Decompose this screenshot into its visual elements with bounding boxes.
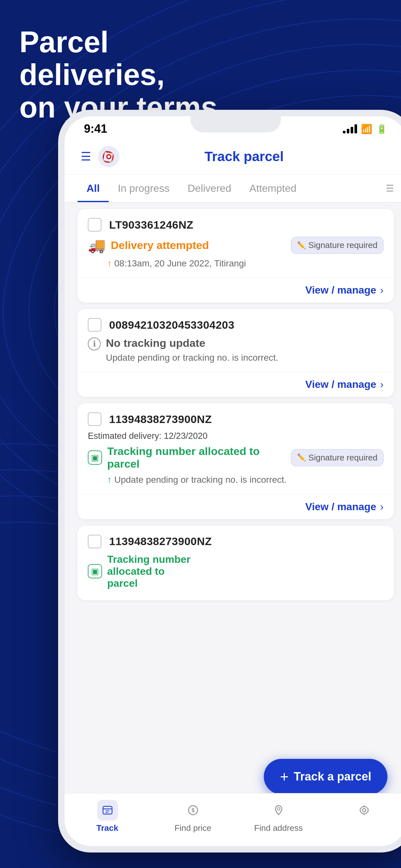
track-nav-icon	[97, 800, 118, 820]
hamburger-icon[interactable]: ☰	[81, 150, 91, 163]
bottom-nav: Track $ Find price	[65, 793, 401, 846]
card-3-status: Tracking number allocated to parcel	[107, 445, 286, 470]
find-price-nav-icon: $	[183, 800, 204, 820]
card-1-status: Delivery attempted	[111, 239, 209, 252]
fab-plus-icon: +	[280, 768, 289, 785]
wifi-icon: 📶	[361, 124, 372, 134]
parcel-card-1: LT903361246NZ 🚚 Delivery attempted ✏️ Si…	[78, 209, 394, 303]
nav-item-settings[interactable]	[321, 800, 401, 833]
tabs-bar: All In progress Delivered Attempted ☰	[65, 175, 401, 203]
card-3-view-manage[interactable]: View / manage	[305, 501, 376, 513]
tab-filter[interactable]: ☰	[386, 175, 394, 202]
card-3-arrow-icon: ↑	[107, 475, 112, 485]
card-3-header: 11394838273900NZ	[78, 403, 394, 431]
header-title: Track parcel	[127, 149, 362, 164]
phone-screen: 9:41 📶 🔋 ☰	[65, 116, 401, 846]
parcel-allocated2-icon: ▣	[88, 564, 102, 578]
card-1-view-manage[interactable]: View / manage	[305, 284, 376, 296]
card-4-body: ▣ Tracking number allocated to parcel	[78, 554, 394, 600]
card-1-sig-label: Signature required	[308, 240, 377, 250]
settings-nav-icon	[354, 800, 374, 820]
card-3-checkbox[interactable]	[88, 412, 101, 426]
card-3-status-row: ▣ Tracking number allocated to parcel ✏️…	[88, 445, 383, 470]
card-3-tracking-number: 11394838273900NZ	[109, 413, 212, 426]
card-4-header: 11394838273900NZ	[78, 526, 394, 554]
bottom-spacer	[78, 607, 394, 665]
fab-label: Track a parcel	[294, 770, 371, 783]
battery-icon: 🔋	[376, 124, 388, 134]
hero-line1: Parcel deliveries,	[19, 26, 245, 91]
card-3-footer: View / manage ›	[78, 494, 394, 519]
card-2-status-row: ℹ No tracking update Update pending or t…	[88, 337, 383, 364]
card-3-est-delivery: Estimated delivery: 12/23/2020	[88, 431, 383, 441]
phone-notch	[190, 116, 281, 132]
card-1-tracking-number: LT903361246NZ	[109, 219, 193, 231]
phone-mockup: 9:41 📶 🔋 ☰	[58, 110, 401, 852]
card-1-header: LT903361246NZ	[78, 209, 394, 237]
status-time: 9:41	[84, 122, 107, 135]
tab-delivered[interactable]: Delivered	[179, 175, 240, 202]
pen-icon: ✏️	[297, 241, 306, 250]
card-1-footer: View / manage ›	[78, 277, 394, 303]
card-2-detail: Update pending or tracking no. is incorr…	[106, 351, 278, 364]
card-3-sig-label: Signature required	[308, 453, 377, 463]
card-4-status: Tracking number allocated to parcel	[107, 554, 191, 589]
card-2-body: ℹ No tracking update Update pending or t…	[78, 337, 394, 372]
app-logo	[97, 145, 120, 168]
svg-point-23	[363, 809, 366, 812]
card-3-detail: Update pending or tracking no. is incorr…	[114, 473, 287, 486]
nav-label-find-price: Find price	[174, 823, 211, 833]
phone-frame: 9:41 📶 🔋 ☰	[58, 110, 401, 852]
fab-track-parcel[interactable]: + Track a parcel	[264, 759, 388, 795]
nav-label-find-address: Find address	[254, 823, 303, 833]
card-2-view-manage[interactable]: View / manage	[305, 378, 376, 391]
card-4-tracking-number: 11394838273900NZ	[109, 535, 212, 548]
svg-text:$: $	[191, 808, 194, 813]
nav-label-track: Track	[96, 823, 119, 833]
pen2-icon: ✏️	[297, 454, 306, 462]
card-1-arrow-icon: ↑	[107, 258, 112, 269]
card-2-status: No tracking update	[106, 337, 278, 349]
svg-rect-16	[103, 806, 112, 814]
card-1-detail: 08:13am, 20 June 2022, Titirangi	[114, 257, 246, 270]
hero-text: Parcel deliveries, on your terms	[19, 26, 245, 124]
status-icons: 📶 🔋	[343, 124, 388, 134]
nav-item-track[interactable]: Track	[65, 800, 150, 833]
signal-bars-icon	[343, 124, 357, 133]
card-1-sig-badge: ✏️ Signature required	[291, 237, 383, 254]
svg-point-22	[277, 808, 280, 810]
parcel-allocated-icon: ▣	[88, 451, 102, 465]
parcel-list: LT903361246NZ 🚚 Delivery attempted ✏️ Si…	[65, 203, 401, 823]
card-2-header: 00894210320453304203	[78, 309, 394, 337]
card-1-checkbox[interactable]	[88, 218, 101, 231]
tab-all[interactable]: All	[78, 175, 109, 202]
tab-attempted[interactable]: Attempted	[240, 175, 305, 202]
card-3-body: Estimated delivery: 12/23/2020 ▣ Trackin…	[78, 431, 394, 494]
info-circle-icon: ℹ	[88, 337, 101, 350]
tab-in-progress[interactable]: In progress	[109, 175, 179, 202]
svg-point-15	[107, 155, 110, 158]
card-2-tracking-number: 00894210320453304203	[109, 319, 235, 331]
nav-item-find-address[interactable]: Find address	[236, 800, 321, 833]
card-1-chevron-icon: ›	[380, 284, 383, 296]
card-1-status-row: 🚚 Delivery attempted ✏️ Signature requir…	[88, 237, 383, 254]
nav-item-find-price[interactable]: $ Find price	[150, 800, 236, 833]
card-4-checkbox[interactable]	[88, 535, 101, 548]
find-address-nav-icon	[268, 800, 289, 820]
parcel-card-3: 11394838273900NZ Estimated delivery: 12/…	[78, 403, 394, 519]
card-2-checkbox[interactable]	[88, 318, 101, 332]
parcel-card-2: 00894210320453304203 ℹ No tracking updat…	[78, 309, 394, 397]
card-3-sig-badge: ✏️ Signature required	[291, 449, 383, 466]
card-2-footer: View / manage ›	[78, 372, 394, 397]
delivery-truck-icon: 🚚	[88, 237, 105, 254]
app-header: ☰ Track parcel	[65, 139, 401, 175]
parcel-card-4: 11394838273900NZ ▣ Tracking number alloc…	[78, 526, 394, 600]
filter-icon: ☰	[386, 183, 394, 194]
card-1-body: 🚚 Delivery attempted ✏️ Signature requir…	[78, 237, 394, 277]
card-3-chevron-icon: ›	[380, 501, 383, 513]
card-4-status-row: ▣ Tracking number allocated to parcel	[88, 554, 383, 589]
card-2-chevron-icon: ›	[380, 378, 383, 391]
